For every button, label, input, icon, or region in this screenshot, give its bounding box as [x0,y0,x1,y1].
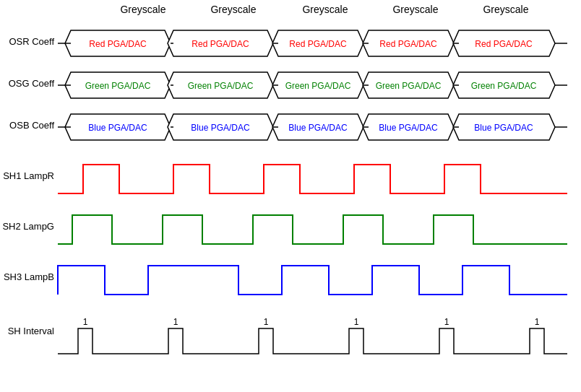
osg-label-4: Green PGA/DAC [376,81,442,91]
label-sh3: SH3 LampB [4,271,54,282]
sh3-lampb-waveform [58,266,567,295]
sh-interval-label-2: 1 [173,317,178,327]
osr-label-1: Red PGA/DAC [89,39,147,49]
osb-label-4: Blue PGA/DAC [379,123,438,133]
osb-label-1: Blue PGA/DAC [88,123,147,133]
sh1-lampr-waveform [58,165,567,193]
osg-label-1: Green PGA/DAC [85,81,151,91]
sh-interval-label-6: 1 [535,317,540,327]
greyscale-label-1: Greyscale [120,4,165,15]
sh-interval-seg6 [519,328,567,354]
sh-interval-label-1: 1 [83,317,88,327]
osg-label-3: Green PGA/DAC [285,81,351,91]
sh-interval-seg2 [159,328,249,354]
sh-interval-label-3: 1 [264,317,269,327]
osr-label-2: Red PGA/DAC [191,39,249,49]
osr-label-3: Red PGA/DAC [289,39,347,49]
osg-label-5: Green PGA/DAC [471,81,537,91]
osg-label-2: Green PGA/DAC [188,81,254,91]
osb-label-2: Blue PGA/DAC [191,123,250,133]
sh-interval-label-5: 1 [444,317,449,327]
greyscale-label-2: Greyscale [210,4,256,15]
osb-label-5: Blue PGA/DAC [474,123,533,133]
sh-interval-seg4 [338,328,429,354]
osb-label-3: Blue PGA/DAC [288,123,348,133]
greyscale-label-4: Greyscale [392,4,438,15]
sh-interval-seg5 [429,328,519,354]
sh-interval-label-4: 1 [354,317,359,327]
greyscale-label-5: Greyscale [483,4,528,15]
label-osg: OSG Coeff [9,78,55,89]
label-osb: OSB Coeff [9,120,54,131]
sh-interval-seg3 [249,328,338,354]
label-sh1: SH1 LampR [3,170,54,181]
osr-label-4: Red PGA/DAC [379,39,437,49]
timing-diagram: Greyscale Greyscale Greyscale Greyscale … [0,0,581,392]
sh2-lampg-waveform [58,215,567,244]
label-shint: SH Interval [8,326,54,336]
osr-label-5: Red PGA/DAC [475,39,533,49]
sh-interval-seg1 [58,328,159,354]
greyscale-label-3: Greyscale [302,4,348,15]
label-osr: OSR Coeff [9,36,54,47]
label-sh2: SH2 LampG [2,221,54,232]
